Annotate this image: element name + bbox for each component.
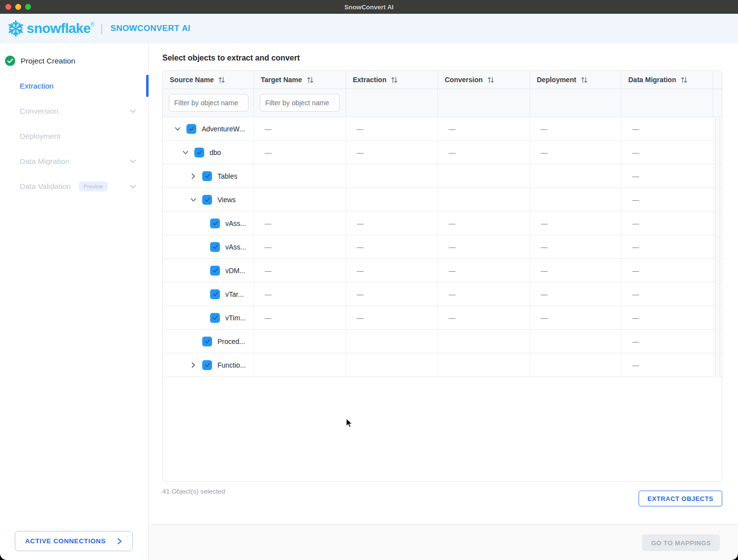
active-connections-button[interactable]: ACTIVE CONNECTIONS	[15, 531, 133, 551]
completed-check-icon	[5, 56, 15, 66]
expander-chevron-right-icon[interactable]	[189, 361, 197, 369]
row-checkbox[interactable]	[210, 218, 220, 228]
status-cell: —	[438, 235, 530, 258]
row-checkbox[interactable]	[202, 195, 212, 205]
expander-spacer	[197, 267, 205, 275]
sort-icon[interactable]	[581, 76, 588, 84]
main-content: Select objects to extract and convert So…	[149, 43, 738, 560]
snowflake-logo-icon	[6, 19, 26, 38]
selected-count-text: 41 Object(s) selected	[162, 488, 225, 495]
sort-icon[interactable]	[487, 76, 494, 84]
status-cell	[438, 164, 530, 187]
sidebar-item-extraction[interactable]: Extraction	[0, 73, 148, 98]
window-corner	[0, 554, 6, 560]
table-row: Proced...—	[163, 330, 722, 353]
row-label: vTar...	[225, 290, 244, 298]
row-checkbox[interactable]	[210, 313, 220, 323]
column-header[interactable]: Conversion	[438, 71, 530, 89]
row-checkbox[interactable]	[210, 289, 220, 299]
sidebar-item-data-validation[interactable]: Data Validation Preview	[0, 174, 148, 199]
status-cell: —	[530, 282, 621, 306]
row-label: Functio...	[217, 361, 246, 369]
main-footer: GO TO MAPPINGS	[149, 524, 738, 560]
status-cell	[530, 164, 621, 187]
status-cell: —	[346, 212, 438, 235]
column-header[interactable]: Data Migration	[621, 71, 713, 89]
status-cell	[530, 353, 621, 376]
status-cell: —	[438, 259, 530, 282]
status-cell	[346, 188, 438, 211]
expander-spacer	[189, 338, 197, 345]
extract-objects-button[interactable]: EXTRACT OBJECTS	[639, 491, 722, 506]
expander-chevron-right-icon[interactable]	[189, 172, 197, 180]
chevron-right-icon	[117, 538, 123, 545]
sort-icon[interactable]	[307, 76, 314, 84]
table-row: vAss...—————	[163, 212, 722, 235]
expander-chevron-down-icon[interactable]	[189, 196, 197, 204]
column-header-label: Deployment	[537, 76, 576, 84]
status-cell: —	[530, 306, 621, 329]
status-cell	[346, 330, 438, 353]
chevron-down-icon	[129, 184, 136, 189]
sidebar-item-label: Data Migration	[20, 157, 69, 166]
minimize-window-button[interactable]	[15, 4, 21, 10]
status-cell: —	[530, 141, 621, 164]
status-cell	[530, 188, 621, 211]
column-header-label: Source Name	[170, 76, 214, 84]
row-checkbox[interactable]	[202, 337, 212, 346]
status-cell: —	[621, 212, 713, 235]
snowflake-wordmark: snowflake®	[27, 21, 94, 36]
status-cell: —	[346, 117, 438, 140]
status-cell: —	[621, 282, 713, 306]
table-row: vTar...—————	[163, 282, 722, 306]
row-checkbox[interactable]	[202, 360, 212, 370]
status-cell: —	[530, 117, 621, 140]
expander-chevron-down-icon[interactable]	[182, 149, 189, 156]
chevron-down-icon	[129, 108, 136, 114]
go-to-mappings-button[interactable]: GO TO MAPPINGS	[642, 534, 720, 551]
close-window-button[interactable]	[5, 4, 11, 10]
source-name-filter-input[interactable]	[169, 94, 248, 112]
row-checkbox[interactable]	[210, 242, 220, 252]
table-row: vAss...—————	[163, 235, 722, 259]
status-cell	[346, 353, 438, 376]
status-cell: —	[621, 306, 713, 329]
column-header-label: Extraction	[353, 76, 386, 84]
row-label: vAss...	[225, 243, 246, 251]
status-cell	[254, 164, 346, 187]
expander-chevron-down-icon[interactable]	[174, 125, 182, 133]
status-cell: —	[438, 141, 530, 164]
status-cell: —	[621, 188, 713, 211]
status-cell: —	[346, 141, 438, 164]
sort-icon[interactable]	[680, 76, 688, 84]
sidebar-item-deployment[interactable]: Deployment	[0, 124, 148, 149]
zoom-window-button[interactable]	[25, 4, 31, 10]
column-header[interactable]: Deployment	[530, 71, 621, 89]
status-cell: —	[438, 282, 530, 306]
status-cell	[438, 330, 530, 353]
status-cell: —	[621, 117, 713, 140]
status-cell: —	[254, 259, 346, 282]
row-checkbox[interactable]	[202, 171, 212, 181]
status-cell: —	[621, 141, 713, 164]
column-header[interactable]: Source Name	[163, 71, 254, 89]
status-cell: —	[530, 259, 621, 282]
sidebar-item-project-creation[interactable]: Project Creation	[0, 48, 148, 73]
sidebar-item-data-migration[interactable]: Data Migration	[0, 149, 148, 174]
column-header[interactable]: Extraction	[346, 71, 438, 89]
row-checkbox[interactable]	[186, 124, 196, 134]
row-label: Proced...	[217, 338, 245, 345]
status-cell: —	[438, 117, 530, 140]
row-label: Views	[217, 196, 236, 204]
target-name-filter-input[interactable]	[260, 94, 339, 112]
column-header[interactable]: Target Name	[254, 71, 346, 89]
row-checkbox[interactable]	[210, 266, 220, 276]
row-checkbox[interactable]	[194, 148, 204, 157]
status-cell: —	[254, 235, 346, 258]
sidebar-item-conversion[interactable]: Conversion	[0, 98, 148, 124]
sort-icon[interactable]	[391, 76, 398, 84]
table-scrollbar[interactable]	[715, 118, 720, 377]
row-label: vAss...	[225, 219, 246, 227]
sidebar: Project Creation Extraction Conversion D…	[0, 43, 149, 560]
sort-icon[interactable]	[218, 76, 225, 84]
